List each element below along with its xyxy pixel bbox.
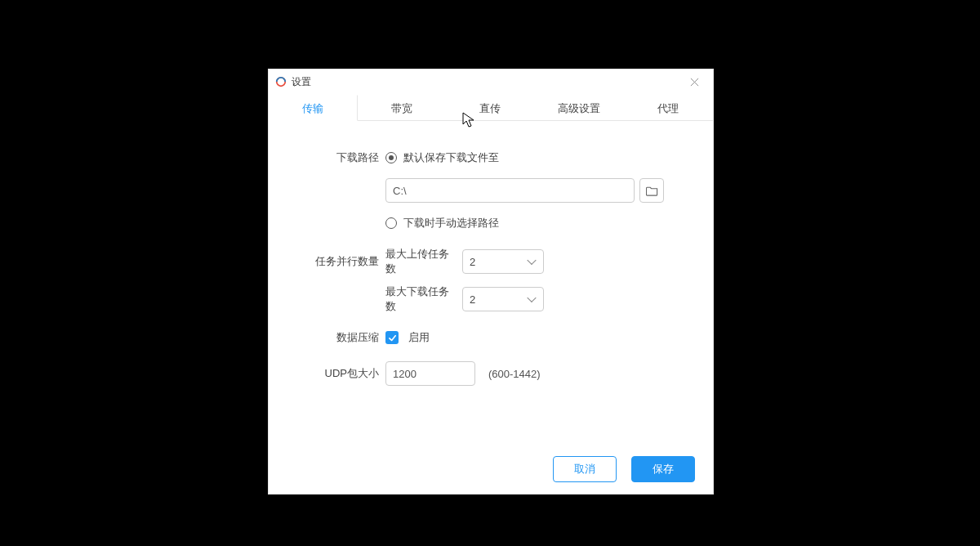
radio-icon [385, 217, 397, 229]
radio-icon [385, 152, 397, 163]
label-max-download: 最大下载任务数 [385, 284, 457, 314]
select-max-download-value: 2 [470, 293, 475, 306]
checkbox-compression[interactable] [385, 331, 399, 344]
check-icon [388, 333, 397, 342]
tab-advanced[interactable]: 高级设置 [535, 95, 624, 121]
select-max-upload-value: 2 [470, 256, 475, 268]
app-icon [275, 76, 287, 87]
folder-icon [646, 185, 658, 197]
radio-manual-path-label: 下载时手动选择路径 [403, 216, 499, 230]
label-udp-size: UDP包大小 [301, 366, 385, 381]
select-max-upload[interactable]: 2 [462, 249, 544, 274]
label-download-path: 下载路径 [301, 150, 385, 165]
window-title: 设置 [292, 75, 311, 89]
tab-direct[interactable]: 直传 [447, 95, 536, 121]
label-max-upload: 最大上传任务数 [385, 247, 457, 276]
cancel-button[interactable]: 取消 [553, 456, 617, 482]
radio-default-path[interactable]: 默认保存下载文件至 [385, 150, 499, 165]
label-compression: 数据压缩 [301, 330, 385, 345]
udp-size-input[interactable] [385, 361, 475, 386]
tab-transfer[interactable]: 传输 [269, 95, 358, 121]
dialog-footer: 取消 保存 [269, 445, 713, 494]
udp-size-hint: (600-1442) [488, 368, 541, 380]
close-button[interactable] [682, 69, 706, 94]
tabs: 传输 带宽 直传 高级设置 代理 [269, 94, 713, 121]
tab-proxy[interactable]: 代理 [624, 95, 713, 121]
download-path-input[interactable] [385, 178, 635, 203]
select-max-download[interactable]: 2 [462, 287, 544, 311]
label-parallel-tasks: 任务并行数量 [301, 254, 385, 269]
tab-panel-transfer: 下载路径 默认保存下载文件至 [269, 121, 713, 445]
radio-default-path-label: 默认保存下载文件至 [403, 150, 499, 165]
save-button[interactable]: 保存 [631, 456, 695, 482]
titlebar: 设置 [269, 69, 713, 94]
radio-manual-path[interactable]: 下载时手动选择路径 [385, 216, 499, 230]
checkbox-compression-label: 启用 [408, 330, 430, 345]
settings-dialog: 设置 传输 带宽 直传 高级设置 代理 下载路径 默认保存下载文件至 [268, 69, 714, 495]
browse-folder-button[interactable] [639, 178, 664, 203]
tab-bandwidth[interactable]: 带宽 [358, 95, 447, 121]
